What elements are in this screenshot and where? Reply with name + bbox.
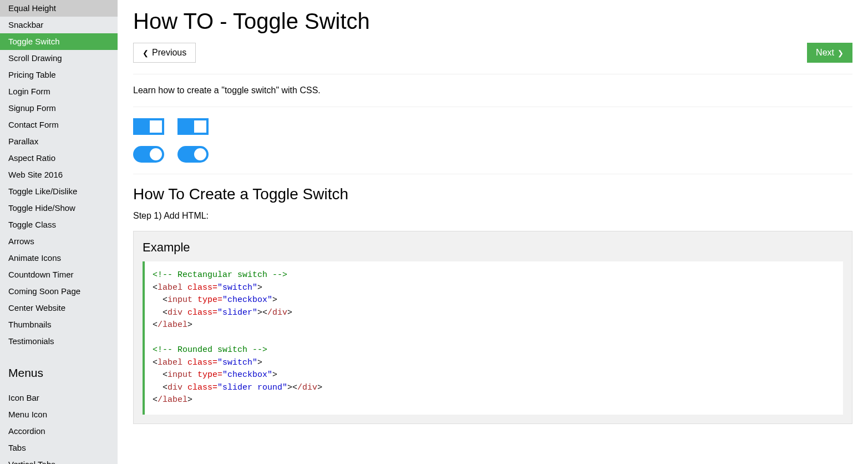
- sidebar-item[interactable]: Aspect Ratio: [0, 150, 118, 167]
- toggle-switch-rect-on[interactable]: [177, 118, 209, 135]
- sidebar-item[interactable]: Coming Soon Page: [0, 283, 118, 300]
- code-block: <!-- Rectangular switch --> <label class…: [143, 261, 843, 415]
- example-box: Example <!-- Rectangular switch --> <lab…: [133, 231, 852, 424]
- sidebar-item[interactable]: Snackbar: [0, 17, 118, 33]
- sidebar-item[interactable]: Icon Bar: [0, 390, 118, 406]
- sidebar-section-heading: Menus: [0, 356, 118, 382]
- main-content: How TO - Toggle Switch ❮Previous Next❯ L…: [118, 0, 868, 464]
- sidebar-item[interactable]: Thumbnails: [0, 316, 118, 333]
- sidebar-item[interactable]: Testimonials: [0, 333, 118, 350]
- step-label: Step 1) Add HTML:: [133, 211, 852, 221]
- sidebar-item[interactable]: Contact Form: [0, 117, 118, 133]
- sidebar-item[interactable]: Accordion: [0, 423, 118, 440]
- sidebar-item[interactable]: Web Site 2016: [0, 167, 118, 183]
- chevron-left-icon: ❮: [143, 49, 149, 57]
- sidebar-item[interactable]: Tabs: [0, 440, 118, 456]
- example-heading: Example: [143, 240, 843, 255]
- chevron-right-icon: ❯: [837, 49, 844, 57]
- sidebar-item[interactable]: Toggle Class: [0, 216, 118, 233]
- sidebar-item[interactable]: Toggle Hide/Show: [0, 200, 118, 216]
- divider: [133, 74, 852, 74]
- toggle-switch-round-off[interactable]: [133, 146, 164, 163]
- sidebar-item[interactable]: Pricing Table: [0, 67, 118, 83]
- toggle-switch-round-on[interactable]: [177, 146, 209, 163]
- section-title: How To Create a Toggle Switch: [133, 185, 852, 203]
- sidebar-item[interactable]: Center Website: [0, 300, 118, 316]
- sidebar[interactable]: Equal HeightSnackbarToggle SwitchScroll …: [0, 0, 118, 464]
- divider: [133, 107, 852, 107]
- sidebar-item[interactable]: Vertical Tabs: [0, 456, 118, 464]
- sidebar-item[interactable]: Toggle Switch: [0, 33, 118, 50]
- sidebar-item[interactable]: Login Form: [0, 83, 118, 100]
- page-title: How TO - Toggle Switch: [133, 9, 852, 34]
- sidebar-item[interactable]: Signup Form: [0, 100, 118, 117]
- sidebar-item[interactable]: Parallax: [0, 133, 118, 150]
- divider: [133, 174, 852, 174]
- sidebar-item[interactable]: Arrows: [0, 233, 118, 250]
- sidebar-item[interactable]: Scroll Drawing: [0, 50, 118, 67]
- sidebar-item[interactable]: Countdown Timer: [0, 266, 118, 283]
- sidebar-item[interactable]: Equal Height: [0, 0, 118, 17]
- intro-text: Learn how to create a "toggle switch" wi…: [133, 85, 852, 95]
- toggle-switch-rect-off[interactable]: [133, 118, 164, 135]
- next-button[interactable]: Next❯: [807, 43, 852, 63]
- sidebar-item[interactable]: Menu Icon: [0, 406, 118, 423]
- sidebar-item[interactable]: Animate Icons: [0, 250, 118, 266]
- sidebar-item[interactable]: Toggle Like/Dislike: [0, 183, 118, 200]
- prev-button[interactable]: ❮Previous: [133, 43, 196, 63]
